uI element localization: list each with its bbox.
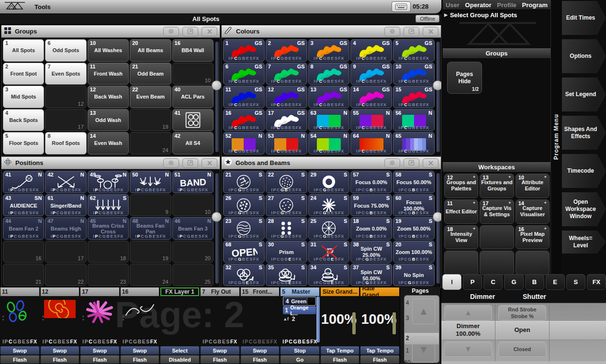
- playback-disabled-button[interactable]: Disabled: [160, 355, 199, 364]
- playback-stop-button[interactable]: Stop: [281, 346, 319, 354]
- empty-palette-slot[interactable]: 18: [88, 241, 129, 263]
- group-cell[interactable]: 16BB4 Wall: [172, 39, 213, 62]
- playback-tap-tempo-button[interactable]: Tap Tempo: [360, 346, 399, 354]
- offline-badge[interactable]: Offline: [415, 15, 439, 22]
- gear-icon[interactable]: [384, 158, 400, 168]
- group-cell[interactable]: 41: [172, 109, 213, 132]
- empty-workspace-slot[interactable]: [480, 225, 514, 250]
- position-cell[interactable]: 62SIPCGBESFX: [88, 194, 129, 217]
- empty-palette-slot[interactable]: 17: [45, 241, 86, 263]
- shutter-down-option[interactable]: Closed: [498, 342, 546, 357]
- position-cell[interactable]: 45NBeams Criss CrossIPCGBESFX: [88, 217, 129, 240]
- playback-swop-button[interactable]: Swop: [0, 346, 39, 354]
- colour-cell[interactable]: 14GSIPCGBESFX: [350, 86, 392, 108]
- gobo-cell[interactable]: 23SIPCGBESFX: [223, 217, 265, 240]
- swap-icon[interactable]: [182, 158, 198, 168]
- gobo-cell[interactable]: 30SPrismIPCGBESFX: [266, 241, 307, 263]
- empty-palette-slot[interactable]: 25: [172, 264, 213, 286]
- empty-palette-slot[interactable]: 19: [130, 241, 171, 263]
- empty-palette-slot[interactable]: 19: [130, 109, 171, 132]
- page-up-button[interactable]: ▲: [412, 298, 435, 324]
- empty-palette-slot[interactable]: 10: [172, 63, 213, 85]
- colour-cell[interactable]: 17GSIPCGBESFX: [266, 109, 307, 132]
- active-view-title[interactable]: All Spots: [0, 15, 412, 22]
- group-cell[interactable]: 20All Beams: [130, 39, 171, 62]
- panel-scrollbar[interactable]: [437, 173, 440, 284]
- swap-icon[interactable]: [404, 158, 419, 168]
- empty-palette-slot[interactable]: 16: [3, 241, 44, 263]
- playback-header[interactable]: FX Layer 1: [160, 287, 199, 296]
- pages-hide-button[interactable]: Pages Hide 1/2: [447, 62, 482, 94]
- scroll-knob[interactable]: [212, 212, 222, 222]
- gobo-cell[interactable]: 25SIPCGBESFX: [308, 217, 350, 240]
- playback-header[interactable]: 16: [121, 287, 159, 296]
- gobo-cell[interactable]: 59SFocus 75.00%IPCGBESFX: [350, 194, 392, 217]
- playback-flash-button[interactable]: Flash: [360, 355, 399, 364]
- empty-palette-slot[interactable]: 9: [130, 194, 171, 217]
- group-cell[interactable]: 5Floor Spots: [3, 132, 44, 154]
- colour-cell[interactable]: 16GSIPCGBESFX: [223, 109, 265, 132]
- group-cell[interactable]: 6Odd Spots: [45, 39, 86, 62]
- menu-tab-operator[interactable]: Operator: [465, 1, 492, 9]
- empty-palette-slot[interactable]: 23: [88, 264, 129, 286]
- playback-flash-button[interactable]: Flash: [121, 355, 159, 364]
- group-cell[interactable]: 2Front Spot: [3, 63, 44, 85]
- empty-palette-slot[interactable]: 10: [172, 194, 213, 217]
- menu-button-edit-times[interactable]: Edit Times: [562, 1, 606, 35]
- workspace-shortcut[interactable]: 13✦Fixtures and Groups: [480, 174, 514, 198]
- colour-cell[interactable]: 12GSIPCGBESFX: [266, 86, 307, 108]
- colour-cell[interactable]: 6GSIPCGBESFX: [223, 63, 265, 85]
- gobo-cell[interactable]: 58SFocus 50.00%IPCGBESFX: [393, 171, 435, 193]
- playback-tap-tempo-button[interactable]: Tap Tempo: [321, 346, 359, 354]
- gear-icon[interactable]: [384, 27, 400, 36]
- playback-header[interactable]: 17: [80, 287, 119, 296]
- position-cell[interactable]: 41NIPCGBESFX: [3, 171, 44, 193]
- position-cell[interactable]: 49NIPCGBESFX: [88, 171, 129, 193]
- menu-tab-profile[interactable]: Profile: [497, 1, 516, 9]
- workspace-shortcut[interactable]: 14✦Capture Visualiser: [516, 199, 550, 224]
- shutter-up-options[interactable]: Rnd StrobeStrobe %: [498, 305, 546, 320]
- keyboard-icon[interactable]: [392, 1, 411, 12]
- position-cell[interactable]: 50NIPCGBESFX: [130, 171, 171, 193]
- empty-palette-slot[interactable]: 22: [45, 264, 86, 286]
- playback-header[interactable]: 12: [41, 287, 79, 296]
- position-cell[interactable]: 46NBeam Fan 3IPCGBESFX: [172, 217, 213, 240]
- group-cell[interactable]: 8Roof Spots: [45, 132, 86, 154]
- playback-header[interactable]: Size Grand...: [321, 287, 359, 296]
- workspace-shortcut[interactable]: 12✦Groups and Palettes: [444, 174, 478, 198]
- playback-swop-button[interactable]: Swop: [241, 346, 280, 354]
- close-icon[interactable]: [202, 158, 217, 168]
- gobo-cell[interactable]: 35SIPCGBESFX: [266, 264, 307, 286]
- playback-header[interactable]: 5Master: [281, 287, 319, 296]
- shutter-wheel-value[interactable]: Open: [495, 321, 549, 339]
- empty-palette-slot[interactable]: 24: [130, 264, 171, 286]
- attribute-bank-fx[interactable]: FX: [587, 274, 606, 290]
- panel-scrollbar[interactable]: [437, 42, 440, 152]
- playback-flash-button[interactable]: Flash: [80, 355, 119, 364]
- cue-row[interactable]: 1Orange L...: [283, 306, 316, 314]
- group-cell[interactable]: 4Back Spots: [3, 109, 44, 132]
- playback-flash-button[interactable]: Flash: [41, 355, 79, 364]
- colour-cell[interactable]: 53NIPCGBESFX: [266, 132, 307, 154]
- gobo-cell[interactable]: 27SIPCGBESFX: [266, 194, 307, 217]
- colour-cell[interactable]: 63NIPCGBESFX: [308, 109, 350, 132]
- gobo-cell[interactable]: 19SZoom 50.00%IPCGBESFX: [393, 217, 435, 240]
- colour-cell[interactable]: 54NIPCGBESFX: [308, 132, 350, 154]
- empty-palette-slot[interactable]: 12: [45, 86, 86, 108]
- gobo-cell[interactable]: 24SIPCGBESFX: [308, 194, 350, 217]
- empty-workspace-slot[interactable]: [516, 251, 550, 275]
- playback-header[interactable]: 15Front...: [241, 287, 280, 296]
- menu-button-timecode[interactable]: Timecode: [562, 154, 606, 188]
- grand-master-fader[interactable]: [352, 312, 356, 334]
- colour-cell[interactable]: 8GSIPCGBESFX: [308, 63, 350, 85]
- gobo-cell[interactable]: 39SNo SpinIPCGBESFX: [393, 264, 435, 286]
- playback-swop-button[interactable]: Swop: [121, 346, 159, 354]
- colour-cell[interactable]: 55NIPCGBESFX: [350, 109, 392, 132]
- empty-palette-slot[interactable]: 21: [3, 264, 44, 286]
- position-cell[interactable]: 44NBeam Fan 2IPCGBESFX: [3, 217, 44, 240]
- dimmer-down-button[interactable]: ▼: [444, 342, 492, 357]
- attribute-bank-p[interactable]: P: [463, 274, 482, 290]
- colour-cell[interactable]: 5GSIPCGBESFX: [393, 39, 435, 62]
- group-cell[interactable]: 10All Washes: [88, 39, 129, 62]
- playback-flash-button[interactable]: Flash: [241, 355, 280, 364]
